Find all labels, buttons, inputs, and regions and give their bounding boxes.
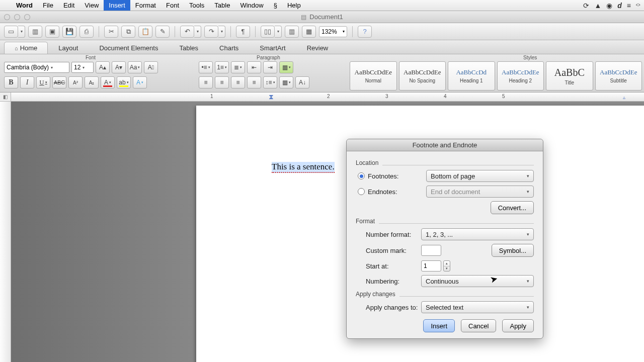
menu-view[interactable]: View <box>79 0 104 11</box>
ruler-corner[interactable]: ◧ <box>0 93 11 102</box>
numbering-button[interactable]: 1≡▾ <box>215 61 229 73</box>
stepper-down-icon[interactable]: ▾ <box>444 266 450 272</box>
subscript-button[interactable]: A₂ <box>85 76 99 88</box>
tab-review[interactable]: Review <box>296 42 339 54</box>
zoom-combo[interactable]: 132%▾ <box>319 26 347 37</box>
multilevel-button[interactable]: ≣▾ <box>231 61 245 73</box>
numbering-select[interactable]: Continuous▾ <box>421 275 534 287</box>
stepper-up-icon[interactable]: ▴ <box>444 261 450 266</box>
apply-button[interactable]: Apply <box>502 319 534 332</box>
pilcrow-button[interactable]: ¶ <box>236 26 250 38</box>
decrease-indent-button[interactable]: ⇤ <box>247 61 261 73</box>
line-spacing-button[interactable]: ↕≡▾ <box>263 76 277 88</box>
script-icon[interactable]: § <box>269 0 282 11</box>
tab-home[interactable]: ⌂Home <box>4 42 48 54</box>
open-folder-button[interactable]: ▣ <box>45 26 59 38</box>
right-indent-marker-icon[interactable]: ▵ <box>623 95 625 100</box>
undo-dropdown[interactable]: ▾ <box>194 26 201 38</box>
zoom-window-icon[interactable] <box>24 14 30 20</box>
document-text-selection[interactable]: This is a sentence. <box>272 162 335 173</box>
document-canvas[interactable]: This is a sentence. <box>11 102 644 362</box>
change-case-button[interactable]: Aa▾ <box>128 61 142 73</box>
footnotes-radio-label[interactable]: Footnotes: <box>356 172 426 180</box>
style-subtitle[interactable]: AaBbCcDdEeSubtitle <box>595 61 642 90</box>
ruler-horizontal[interactable]: 1 2 3 4 5 ⧗ ▵ <box>11 93 644 102</box>
menu-tools[interactable]: Tools <box>184 0 209 11</box>
footnotes-radio[interactable] <box>358 172 365 179</box>
menu-file[interactable]: File <box>38 0 58 11</box>
paste-button[interactable]: 📋 <box>138 26 152 38</box>
ruler-vertical[interactable] <box>0 102 11 362</box>
align-left-button[interactable]: ≡ <box>199 76 213 88</box>
undo-button[interactable]: ↶ <box>180 26 194 38</box>
wifi-icon[interactable]: ⌔ <box>636 2 640 10</box>
footnotes-location-select[interactable]: Bottom of page▾ <box>426 170 534 182</box>
align-center-button[interactable]: ≡ <box>215 76 229 88</box>
custom-mark-input[interactable] <box>421 245 441 256</box>
open-button[interactable]: ▥ <box>28 26 42 38</box>
style-heading-1[interactable]: AaBbCcDdHeading 1 <box>448 61 495 90</box>
menu-window[interactable]: Window <box>235 0 268 11</box>
shading-button[interactable]: ▦▾ <box>279 76 293 88</box>
indent-marker-icon[interactable]: ⧗ <box>269 93 274 101</box>
cancel-button[interactable]: Cancel <box>461 319 496 332</box>
sidebar-button[interactable]: ▥ <box>285 26 299 38</box>
tab-layout[interactable]: Layout <box>48 42 89 54</box>
menu-help[interactable]: Help <box>282 0 306 11</box>
tab-tables[interactable]: Tables <box>169 42 209 54</box>
close-window-icon[interactable] <box>4 14 10 20</box>
style-heading-2[interactable]: AaBbCcDdEeHeading 2 <box>497 61 544 90</box>
clear-format-button[interactable]: A⃠ <box>144 61 158 73</box>
columns-dropdown[interactable]: ▾ <box>275 26 282 38</box>
menu-format[interactable]: Format <box>130 0 161 11</box>
sort-button[interactable]: A↓ <box>295 76 309 88</box>
gallery-button[interactable]: ▦ <box>302 26 316 38</box>
borders-button[interactable]: ▦▾ <box>279 61 293 73</box>
tab-smartart[interactable]: SmartArt <box>249 42 296 54</box>
sync-icon[interactable]: ⟳ <box>583 2 589 10</box>
font-size-combo[interactable]: 12▾ <box>71 62 94 73</box>
d-icon[interactable]: d <box>617 2 622 10</box>
tab-document-elements[interactable]: Document Elements <box>89 42 169 54</box>
endnotes-radio[interactable] <box>358 188 365 195</box>
justify-button[interactable]: ≡ <box>247 76 261 88</box>
bold-button[interactable]: B <box>4 76 18 88</box>
menu-edit[interactable]: Edit <box>58 0 79 11</box>
highlight-button[interactable]: ab▾ <box>117 76 131 88</box>
menu-table[interactable]: Table <box>209 0 235 11</box>
redo-dropdown[interactable]: ▾ <box>218 26 225 38</box>
shrink-font-button[interactable]: A▾ <box>112 61 126 73</box>
print-button[interactable]: ⎙ <box>79 26 94 38</box>
bars-icon[interactable]: ≡ <box>627 2 631 10</box>
style-no-spacing[interactable]: AaBbCcDdEeNo Spacing <box>399 61 446 90</box>
new-doc-dropdown[interactable]: ▾ <box>18 26 25 38</box>
number-format-select[interactable]: 1, 2, 3, ...▾ <box>421 228 534 240</box>
style-title[interactable]: AaBbCTitle <box>546 61 593 90</box>
start-at-input[interactable] <box>421 260 441 272</box>
help-button[interactable]: ? <box>358 26 372 38</box>
redo-button[interactable]: ↷ <box>204 26 218 38</box>
start-at-stepper[interactable]: ▴▾ <box>443 260 450 272</box>
insert-button[interactable]: Insert <box>423 319 455 332</box>
menu-insert[interactable]: Insert <box>104 0 130 11</box>
underline-button[interactable]: U▾ <box>36 76 50 88</box>
format-painter-button[interactable]: ✎ <box>155 26 170 38</box>
app-name[interactable]: Word <box>11 2 38 9</box>
increase-indent-button[interactable]: ⇥ <box>263 61 277 73</box>
italic-button[interactable]: I <box>20 76 34 88</box>
copy-button[interactable]: ⧉ <box>121 26 135 38</box>
font-name-combo[interactable]: Cambria (Body)▾ <box>4 62 69 73</box>
apply-changes-to-select[interactable]: Selected text▾ <box>421 301 534 313</box>
style-normal[interactable]: AaBbCcDdEeNormal <box>350 61 397 90</box>
menu-font[interactable]: Font <box>161 0 184 11</box>
endnotes-radio-label[interactable]: Endnotes: <box>356 188 426 196</box>
tab-charts[interactable]: Charts <box>209 42 249 54</box>
columns-button[interactable]: ▯▯ <box>261 26 275 38</box>
hat-icon[interactable]: ◉ <box>606 2 612 10</box>
drive-icon[interactable]: ▲ <box>594 2 601 10</box>
new-doc-button[interactable]: ▭ <box>4 26 18 38</box>
convert-button[interactable]: Convert... <box>491 201 534 214</box>
align-right-button[interactable]: ≡ <box>231 76 245 88</box>
save-button[interactable]: 💾 <box>62 26 76 38</box>
minimize-window-icon[interactable] <box>14 14 20 20</box>
